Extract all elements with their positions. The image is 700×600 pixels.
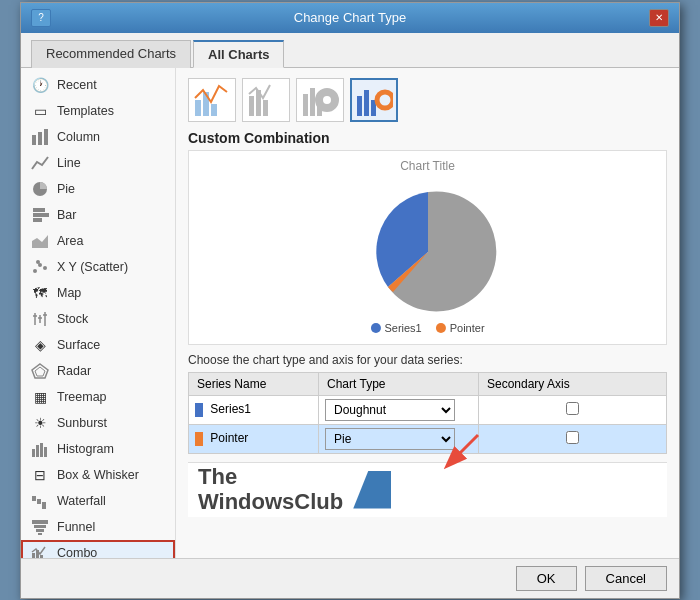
sidebar-label-boxwhisker: Box & Whisker: [57, 468, 139, 482]
sidebar-label-waterfall: Waterfall: [57, 494, 106, 508]
sidebar-label-bar: Bar: [57, 208, 76, 222]
svg-rect-31: [32, 553, 35, 558]
treemap-icon: ▦: [29, 388, 51, 406]
sidebar-item-templates[interactable]: ▭ Templates: [21, 98, 175, 124]
sidebar-label-area: Area: [57, 234, 83, 248]
ok-button[interactable]: OK: [516, 566, 577, 591]
templates-icon: ▭: [29, 102, 51, 120]
svg-rect-0: [32, 135, 36, 145]
watermark-logo: [353, 471, 391, 509]
chart-legend: Series1 Pointer: [370, 322, 484, 334]
chart-preview: Chart Title Series1 Poin: [188, 150, 667, 345]
sidebar-item-waterfall[interactable]: Waterfall: [21, 488, 175, 514]
column-icon: [29, 128, 51, 146]
sidebar-item-boxwhisker[interactable]: ⊟ Box & Whisker: [21, 462, 175, 488]
sidebar-label-stock: Stock: [57, 312, 88, 326]
help-button[interactable]: ?: [31, 9, 51, 27]
dialog-title: Change Chart Type: [51, 10, 649, 25]
sidebar-label-pie: Pie: [57, 182, 75, 196]
sidebar-item-area[interactable]: Area: [21, 228, 175, 254]
tab-all-charts[interactable]: All Charts: [193, 40, 284, 68]
watermark-line1: The: [198, 465, 343, 489]
pointer-secondary-axis-cell: [479, 424, 667, 453]
sidebar-label-line: Line: [57, 156, 81, 170]
sidebar-label-column: Column: [57, 130, 100, 144]
series-row-2: Pointer Pie Doughnut Bar: [189, 424, 667, 453]
svg-rect-25: [37, 499, 41, 504]
sunburst-icon: ☀: [29, 414, 51, 432]
series-table: Series Name Chart Type Secondary Axis Se…: [188, 372, 667, 454]
sidebar-item-radar[interactable]: Radar: [21, 358, 175, 384]
sidebar-item-map[interactable]: 🗺 Map: [21, 280, 175, 306]
sidebar-label-funnel: Funnel: [57, 520, 95, 534]
xy-icon: [29, 258, 51, 276]
svg-rect-40: [303, 94, 308, 116]
sidebar-label-treemap: Treemap: [57, 390, 107, 404]
series1-charttype-select[interactable]: Doughnut Pie Bar: [325, 399, 455, 421]
sidebar-item-recent[interactable]: 🕐 Recent: [21, 72, 175, 98]
legend-label-series1: Series1: [384, 322, 421, 334]
sidebar-item-line[interactable]: Line: [21, 150, 175, 176]
pointer-color-indicator: [195, 432, 203, 446]
svg-point-11: [36, 260, 40, 264]
watermark-line2: WindowsClub: [198, 490, 343, 514]
sidebar: 🕐 Recent ▭ Templates Column Line: [21, 68, 176, 558]
series1-color-indicator: [195, 403, 203, 417]
sidebar-item-treemap[interactable]: ▦ Treemap: [21, 384, 175, 410]
sidebar-item-bar[interactable]: Bar: [21, 202, 175, 228]
sidebar-item-histogram[interactable]: Histogram: [21, 436, 175, 462]
histogram-icon: [29, 440, 51, 458]
sidebar-item-combo[interactable]: Combo: [21, 540, 175, 558]
col-secondary-axis: Secondary Axis: [479, 372, 667, 395]
sidebar-label-templates: Templates: [57, 104, 114, 118]
sidebar-item-sunburst[interactable]: ☀ Sunburst: [21, 410, 175, 436]
series1-secondary-axis-checkbox[interactable]: [566, 402, 579, 415]
sidebar-item-stock[interactable]: Stock: [21, 306, 175, 332]
svg-rect-2: [44, 129, 48, 145]
sidebar-item-funnel[interactable]: Funnel: [21, 514, 175, 540]
sidebar-item-surface[interactable]: ◈ Surface: [21, 332, 175, 358]
pointer-secondary-axis-checkbox[interactable]: [566, 431, 579, 444]
tab-recommended[interactable]: Recommended Charts: [31, 40, 191, 68]
svg-rect-34: [195, 100, 201, 116]
close-button[interactable]: ✕: [649, 9, 669, 27]
recent-icon: 🕐: [29, 76, 51, 94]
series1-name: Series1: [210, 402, 251, 416]
boxwhisker-icon: ⊟: [29, 466, 51, 484]
stock-icon: [29, 310, 51, 328]
svg-rect-1: [38, 132, 42, 145]
svg-rect-41: [310, 88, 315, 116]
pie-chart-svg: [353, 182, 503, 322]
chart-icon-4[interactable]: [350, 78, 398, 122]
cancel-button[interactable]: Cancel: [585, 566, 667, 591]
svg-rect-44: [357, 96, 362, 116]
sidebar-item-pie[interactable]: Pie: [21, 176, 175, 202]
svg-rect-21: [36, 445, 39, 457]
series-instruction: Choose the chart type and axis for your …: [188, 353, 667, 367]
col-series-name: Series Name: [189, 372, 319, 395]
sidebar-label-histogram: Histogram: [57, 442, 114, 456]
sidebar-item-xy[interactable]: X Y (Scatter): [21, 254, 175, 280]
pointer-charttype-select[interactable]: Pie Doughnut Bar: [325, 428, 455, 450]
bar-icon: [29, 206, 51, 224]
svg-rect-28: [34, 525, 46, 528]
area-icon: [29, 232, 51, 250]
pointer-name-cell: Pointer: [189, 424, 319, 453]
section-title: Custom Combination: [188, 130, 667, 146]
watermark-text: The WindowsClub: [198, 465, 343, 513]
waterfall-icon: [29, 492, 51, 510]
svg-point-43: [319, 92, 335, 108]
chart-icon-2[interactable]: [242, 78, 290, 122]
svg-point-47: [377, 92, 393, 108]
sidebar-item-column[interactable]: Column: [21, 124, 175, 150]
chart-icon-3[interactable]: [296, 78, 344, 122]
legend-label-pointer: Pointer: [450, 322, 485, 334]
svg-rect-30: [38, 533, 42, 535]
chart-title-label: Chart Title: [400, 159, 455, 173]
sidebar-label-surface: Surface: [57, 338, 100, 352]
series1-secondary-axis-cell: [479, 395, 667, 424]
change-chart-type-dialog: ? Change Chart Type ✕ Recommended Charts…: [20, 2, 680, 599]
chart-icon-1[interactable]: [188, 78, 236, 122]
legend-dot-pointer: [436, 323, 446, 333]
svg-point-10: [43, 266, 47, 270]
